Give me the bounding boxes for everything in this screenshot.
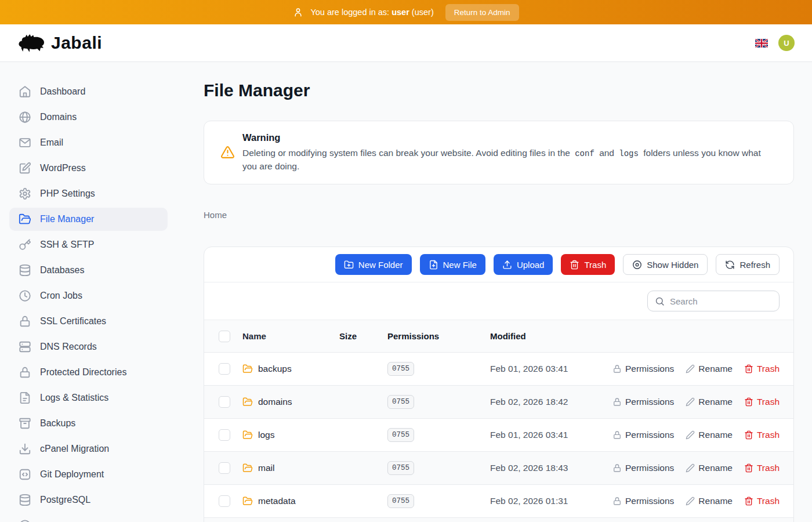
sidebar-item-email[interactable]: Email (9, 131, 168, 154)
sidebar-item-dashboard[interactable]: Dashboard (9, 80, 168, 103)
sidebar-item-cpanel-migration[interactable]: cPanel Migration (9, 437, 168, 461)
sidebar-item-domains[interactable]: Domains (9, 106, 168, 129)
sidebar-item-label: PHP Settings (40, 188, 95, 199)
uk-flag-icon[interactable] (755, 39, 768, 48)
sidebar-item-label: Email (40, 137, 63, 148)
row-rename-action[interactable]: Rename (686, 496, 733, 506)
permissions-badge: 0755 (387, 428, 414, 442)
settings-icon (19, 187, 31, 200)
sidebar-item-backups[interactable]: Backups (9, 412, 168, 435)
file-name-cell[interactable]: domains (242, 397, 339, 407)
lock-icon (19, 366, 31, 379)
code-conf: conf (572, 149, 597, 158)
row-checkbox[interactable] (219, 462, 230, 474)
sidebar-item-label: Git Deployment (40, 469, 104, 480)
code-icon (19, 468, 31, 481)
file-name-cell[interactable]: backups (242, 364, 339, 374)
row-checkbox[interactable] (219, 429, 230, 441)
permissions-badge: 0755 (387, 461, 414, 475)
folder-open-icon (19, 213, 31, 226)
sidebar-item-logs-statistics[interactable]: Logs & Statistics (9, 386, 168, 409)
sidebar-item-label: PostgreSQL (40, 495, 90, 505)
row-permissions-action[interactable]: Permissions (612, 430, 674, 440)
sidebar-item-label: Logs & Statistics (40, 393, 108, 403)
permissions-badge: 0755 (387, 494, 414, 508)
file-manager-panel: New Folder New File Upload Trash Show Hi… (204, 246, 794, 522)
new-file-button[interactable]: New File (420, 254, 485, 275)
row-checkbox[interactable] (219, 396, 230, 408)
row-rename-action[interactable]: Rename (686, 430, 733, 440)
row-trash-action[interactable]: Trash (744, 364, 780, 374)
file-table-body: backups 0755 Feb 01, 2026 03:41 Permissi… (204, 352, 793, 522)
warning-alert: Warning Deleting or modifying system fil… (204, 121, 794, 184)
brand-logo[interactable]: Jabali (17, 31, 102, 55)
eye-icon (632, 260, 642, 270)
breadcrumb[interactable]: Home (204, 210, 794, 220)
database-icon (19, 494, 31, 506)
sidebar-item-partial[interactable] (9, 514, 168, 522)
sidebar-item-label: Domains (40, 112, 77, 122)
row-trash-action[interactable]: Trash (744, 496, 780, 506)
sidebar-item-ssh-sftp[interactable]: SSH & SFTP (9, 233, 168, 256)
user-avatar[interactable]: U (778, 35, 795, 51)
sidebar-item-databases[interactable]: Databases (9, 259, 168, 282)
row-rename-action[interactable]: Rename (686, 463, 733, 473)
sidebar-item-wordpress[interactable]: WordPress (9, 157, 168, 180)
sidebar-item-label: cPanel Migration (40, 444, 109, 454)
table-row: backups 0755 Feb 01, 2026 03:41 Permissi… (204, 352, 793, 385)
refresh-button[interactable]: Refresh (716, 254, 780, 275)
file-name-cell[interactable]: metadata (242, 496, 339, 506)
row-trash-action[interactable]: Trash (744, 397, 780, 407)
app-header: Jabali U (0, 24, 812, 62)
modified-date: Feb 02, 2026 18:43 (490, 463, 568, 473)
sidebar-item-file-manager[interactable]: File Manager (9, 208, 168, 231)
file-plus-icon (429, 260, 438, 270)
table-row: mail 0755 Feb 02, 2026 18:43 Permissions… (204, 451, 793, 484)
sidebar-item-php-settings[interactable]: PHP Settings (9, 182, 168, 205)
permissions-badge: 0755 (387, 395, 414, 409)
file-name-cell[interactable]: mail (242, 463, 339, 473)
sidebar-item-label: SSH & SFTP (40, 240, 94, 250)
row-rename-action[interactable]: Rename (686, 397, 733, 407)
search-box[interactable] (647, 291, 780, 311)
refresh-icon (725, 260, 735, 270)
boar-logo-icon (17, 31, 46, 55)
search-input[interactable] (670, 296, 772, 306)
home-icon (19, 85, 31, 98)
modified-date: Feb 02, 2026 01:31 (490, 496, 568, 506)
sidebar-item-dns-records[interactable]: DNS Records (9, 335, 168, 358)
new-folder-button[interactable]: New Folder (335, 254, 412, 275)
table-row: domains 0755 Feb 02, 2026 18:42 Permissi… (204, 385, 793, 418)
sidebar-item-ssl-certificates[interactable]: SSL Certificates (9, 310, 168, 333)
brand-name: Jabali (51, 33, 102, 53)
row-trash-action[interactable]: Trash (744, 430, 780, 440)
modified-date: Feb 01, 2026 03:41 (490, 364, 568, 374)
globe-icon (19, 111, 31, 124)
show-hidden-button[interactable]: Show Hidden (623, 254, 708, 275)
row-checkbox[interactable] (219, 363, 230, 375)
folder-icon (242, 364, 253, 374)
pencil-icon (686, 496, 695, 506)
lock-icon (612, 496, 622, 506)
row-permissions-action[interactable]: Permissions (612, 397, 674, 407)
trash-icon (744, 397, 753, 407)
row-permissions-action[interactable]: Permissions (612, 364, 674, 374)
row-permissions-action[interactable]: Permissions (612, 496, 674, 506)
sidebar-item-label: SSL Certificates (40, 316, 106, 327)
sidebar-item-cron-jobs[interactable]: Cron Jobs (9, 284, 168, 307)
sidebar-item-postgresql[interactable]: PostgreSQL (9, 488, 168, 512)
row-permissions-action[interactable]: Permissions (612, 463, 674, 473)
file-name-cell[interactable]: logs (242, 430, 339, 440)
row-rename-action[interactable]: Rename (686, 364, 733, 374)
upload-button[interactable]: Upload (494, 254, 553, 275)
row-checkbox[interactable] (219, 495, 230, 507)
impersonation-banner: You are logged in as: user (user) Return… (0, 0, 812, 24)
circle-icon (19, 519, 31, 522)
row-trash-action[interactable]: Trash (744, 463, 780, 473)
sidebar-item-git-deployment[interactable]: Git Deployment (9, 463, 168, 486)
return-to-admin-button[interactable]: Return to Admin (445, 4, 519, 21)
sidebar-item-protected-directories[interactable]: Protected Directories (9, 361, 168, 384)
select-all-checkbox[interactable] (219, 331, 230, 342)
trash-button[interactable]: Trash (561, 254, 615, 275)
lock-icon (19, 315, 31, 328)
